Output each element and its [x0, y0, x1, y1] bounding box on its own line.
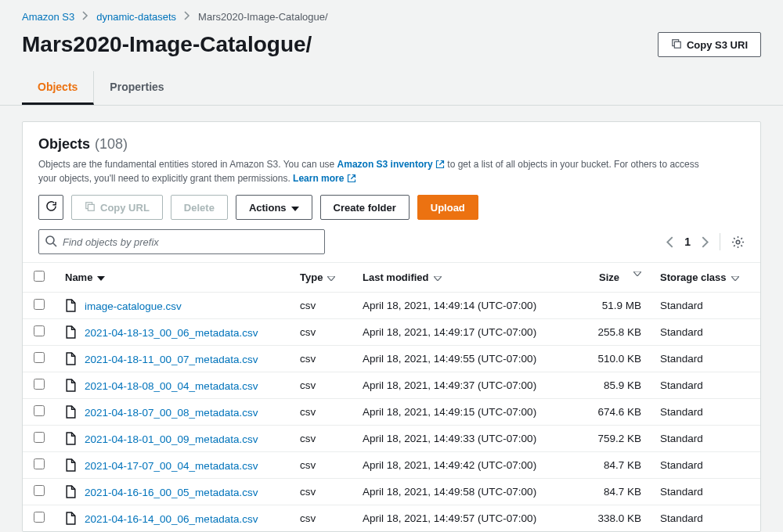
- tabs: Objects Properties: [0, 71, 783, 106]
- file-icon: [65, 405, 77, 419]
- col-size[interactable]: Size: [599, 271, 619, 283]
- cell-last-modified: April 18, 2021, 14:49:42 (UTC-07:00): [353, 452, 565, 479]
- object-link[interactable]: 2021-04-18-13_00_06_metadata.csv: [85, 327, 258, 339]
- breadcrumb-current: Mars2020-Image-Catalogue/: [198, 11, 327, 23]
- breadcrumb-bucket[interactable]: dynamic-datasets: [96, 11, 176, 23]
- cell-type: csv: [290, 293, 353, 319]
- external-link-icon: [347, 174, 356, 183]
- sort-icon[interactable]: [327, 276, 335, 281]
- copy-url-button[interactable]: Copy URL: [71, 195, 163, 220]
- actions-button[interactable]: Actions: [236, 195, 312, 220]
- file-icon: [65, 512, 77, 525]
- desc-text: Objects are the fundamental entities sto…: [38, 159, 337, 170]
- table-row: 2021-04-18-11_00_07_metadata.csvcsvApril…: [23, 346, 760, 372]
- file-icon: [65, 458, 77, 472]
- chevron-right-icon: [184, 11, 190, 23]
- col-last-modified[interactable]: Last modified: [363, 271, 429, 283]
- cell-size: 85.9 KB: [565, 372, 651, 399]
- sort-icon[interactable]: [434, 276, 442, 281]
- row-checkbox[interactable]: [34, 379, 45, 390]
- row-checkbox[interactable]: [34, 352, 45, 363]
- row-checkbox[interactable]: [34, 485, 45, 496]
- cell-last-modified: April 18, 2021, 14:49:15 (UTC-07:00): [353, 399, 565, 426]
- search-input[interactable]: [38, 229, 325, 254]
- object-link[interactable]: 2021-04-18-08_00_04_metadata.csv: [85, 380, 258, 392]
- refresh-button[interactable]: [38, 195, 63, 220]
- delete-button[interactable]: Delete: [171, 195, 228, 220]
- select-all-checkbox[interactable]: [34, 271, 45, 282]
- learn-more-link[interactable]: Learn more: [293, 173, 356, 184]
- tab-properties[interactable]: Properties: [94, 71, 179, 105]
- file-icon: [65, 352, 77, 365]
- object-link[interactable]: 2021-04-17-07_00_04_metadata.csv: [85, 460, 258, 472]
- cell-storage-class: Standard: [651, 319, 760, 346]
- prev-page-button[interactable]: [666, 236, 673, 248]
- chevron-right-icon: [82, 11, 88, 23]
- table-row: 2021-04-18-13_00_06_metadata.csvcsvApril…: [23, 319, 760, 346]
- cell-size: 84.7 KB: [565, 452, 651, 479]
- cell-type: csv: [290, 319, 353, 346]
- cell-last-modified: April 18, 2021, 14:49:17 (UTC-07:00): [353, 319, 565, 346]
- object-link[interactable]: image-catalogue.csv: [85, 300, 182, 312]
- sort-icon[interactable]: [633, 271, 641, 283]
- link-text: Learn more: [293, 173, 344, 184]
- table-row: 2021-04-16-16_00_05_metadata.csvcsvApril…: [23, 479, 760, 505]
- cell-size: 255.8 KB: [565, 319, 651, 346]
- cell-size: 510.0 KB: [565, 346, 651, 372]
- object-link[interactable]: 2021-04-18-01_00_09_metadata.csv: [85, 433, 258, 445]
- inventory-link[interactable]: Amazon S3 inventory: [337, 159, 448, 170]
- file-icon: [65, 432, 77, 445]
- row-checkbox[interactable]: [34, 458, 45, 469]
- objects-panel: Objects (108) Objects are the fundamenta…: [22, 121, 761, 532]
- table-row: image-catalogue.csvcsvApril 18, 2021, 14…: [23, 293, 760, 319]
- row-checkbox[interactable]: [34, 405, 45, 416]
- cell-storage-class: Standard: [651, 479, 760, 505]
- sort-icon[interactable]: [731, 276, 739, 281]
- cell-type: csv: [290, 426, 353, 452]
- caret-down-icon: [291, 202, 299, 214]
- settings-button[interactable]: [731, 235, 745, 249]
- file-icon: [65, 379, 77, 392]
- col-type[interactable]: Type: [300, 271, 323, 283]
- table-row: 2021-04-18-07_00_08_metadata.csvcsvApril…: [23, 399, 760, 426]
- create-folder-button[interactable]: Create folder: [320, 195, 410, 220]
- table-row: 2021-04-18-08_00_04_metadata.csvcsvApril…: [23, 372, 760, 399]
- cell-last-modified: April 18, 2021, 14:49:58 (UTC-07:00): [353, 479, 565, 505]
- svg-point-4: [46, 236, 54, 244]
- object-link[interactable]: 2021-04-18-07_00_08_metadata.csv: [85, 407, 258, 419]
- object-link[interactable]: 2021-04-16-14_00_06_metadata.csv: [85, 513, 258, 525]
- cell-size: 84.7 KB: [565, 479, 651, 505]
- cell-last-modified: April 18, 2021, 14:49:57 (UTC-07:00): [353, 505, 565, 532]
- sort-desc-icon[interactable]: [97, 276, 105, 281]
- object-link[interactable]: 2021-04-18-11_00_07_metadata.csv: [85, 354, 258, 365]
- breadcrumb-root[interactable]: Amazon S3: [22, 11, 74, 23]
- row-checkbox[interactable]: [34, 432, 45, 443]
- button-label: Actions: [249, 202, 287, 214]
- col-storage-class[interactable]: Storage class: [660, 271, 727, 283]
- table-row: 2021-04-18-01_00_09_metadata.csvcsvApril…: [23, 426, 760, 452]
- copy-icon: [671, 38, 682, 52]
- row-checkbox[interactable]: [34, 299, 45, 310]
- search-icon: [45, 235, 57, 250]
- col-name[interactable]: Name: [65, 271, 92, 283]
- next-page-button[interactable]: [702, 236, 709, 248]
- table-row: 2021-04-17-07_00_04_metadata.csvcsvApril…: [23, 452, 760, 479]
- row-checkbox[interactable]: [34, 325, 45, 336]
- svg-point-5: [736, 240, 740, 244]
- cell-storage-class: Standard: [651, 452, 760, 479]
- tab-objects[interactable]: Objects: [22, 71, 94, 105]
- cell-type: csv: [290, 346, 353, 372]
- cell-type: csv: [290, 479, 353, 505]
- upload-button[interactable]: Upload: [417, 195, 478, 220]
- object-link[interactable]: 2021-04-16-16_00_05_metadata.csv: [85, 487, 258, 498]
- row-checkbox[interactable]: [34, 512, 45, 523]
- cell-last-modified: April 18, 2021, 14:49:37 (UTC-07:00): [353, 372, 565, 399]
- file-icon: [65, 299, 77, 312]
- copy-icon: [85, 201, 96, 214]
- file-icon: [65, 325, 77, 339]
- copy-s3-uri-button[interactable]: Copy S3 URI: [658, 32, 761, 57]
- cell-storage-class: Standard: [651, 346, 760, 372]
- divider: [720, 233, 720, 250]
- cell-type: csv: [290, 452, 353, 479]
- cell-storage-class: Standard: [651, 505, 760, 532]
